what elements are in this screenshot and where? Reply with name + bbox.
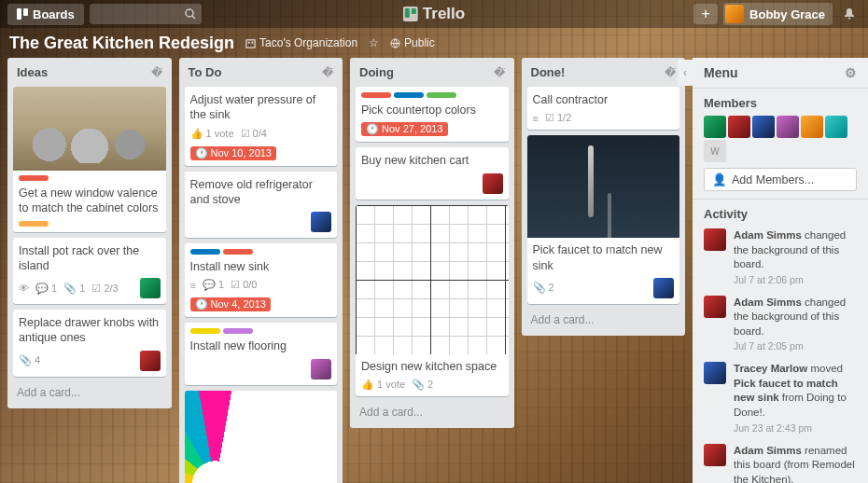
- org-link[interactable]: Taco's Organization: [245, 36, 357, 49]
- card-member-avatar[interactable]: [140, 351, 161, 371]
- activity-text: Adam Simms changed the background of thi…: [734, 296, 857, 353]
- card[interactable]: Adjust water pressure of the sink👍 1 vot…: [185, 87, 338, 166]
- card-badges: [190, 212, 332, 232]
- card-badges: 📎 2: [533, 278, 675, 298]
- card-member-avatar[interactable]: [653, 278, 674, 298]
- card-badges: 👍 1 vote📎 2: [361, 379, 503, 391]
- checklist-badge: ☑ 2/3: [91, 283, 118, 295]
- card-title: Install pot rack over the island: [19, 243, 161, 274]
- attachments-badge: 📎 2: [412, 379, 433, 391]
- menu-header: Menu ⚙: [693, 58, 868, 89]
- svg-rect-0: [17, 8, 21, 20]
- star-button[interactable]: ☆: [369, 36, 379, 49]
- search-input[interactable]: [90, 4, 202, 24]
- list-title[interactable]: Done!: [531, 65, 566, 79]
- add-button[interactable]: +: [693, 4, 718, 24]
- member-avatar[interactable]: [728, 116, 750, 138]
- card-label: [19, 221, 49, 227]
- card-member-avatar[interactable]: [311, 359, 331, 380]
- description-icon: ≡: [533, 113, 539, 124]
- card-cover: [356, 205, 509, 354]
- member-avatar[interactable]: [752, 116, 775, 138]
- card-member-avatar[interactable]: [140, 278, 161, 298]
- list-title[interactable]: Ideas: [17, 65, 48, 79]
- card[interactable]: Buy new kitchen cart: [356, 147, 509, 199]
- notifications-button[interactable]: [838, 4, 861, 24]
- add-user-icon: 👤: [712, 172, 727, 186]
- list: Doing�⃛Pick countertop colors🕐 Nov 27, 2…: [350, 58, 514, 428]
- boards-button[interactable]: Boards: [7, 4, 84, 25]
- list: To Do�⃛Adjust water pressure of the sink…: [179, 58, 343, 483]
- add-members-button[interactable]: 👤 Add Members...: [704, 168, 857, 191]
- card-title: Replace drawer knobs with antique ones: [19, 315, 161, 346]
- boards-icon: [17, 8, 28, 20]
- member-avatar[interactable]: [704, 116, 726, 138]
- card[interactable]: Install new flooring: [185, 323, 338, 384]
- card-label: [361, 92, 391, 98]
- card[interactable]: Design new kitchen space👍 1 vote📎 2: [356, 205, 509, 396]
- votes-badge: 👍 1 vote: [190, 128, 234, 140]
- trello-logo[interactable]: Trello: [403, 5, 465, 23]
- board-header: The Great Kitchen Redesign Taco's Organi…: [0, 28, 868, 58]
- card-badges: 📎 4: [19, 351, 161, 371]
- activity-avatar[interactable]: [704, 296, 726, 318]
- board-title[interactable]: The Great Kitchen Redesign: [9, 34, 234, 53]
- card-title: Pick countertop colors: [361, 103, 503, 117]
- list-title[interactable]: Doing: [359, 65, 394, 79]
- add-card-button[interactable]: Add a card...: [527, 310, 680, 330]
- card[interactable]: Install new sink≡💬 1☑ 0/0🕐 Nov 4, 2013: [185, 243, 338, 317]
- card-label: [394, 92, 424, 98]
- add-card-button[interactable]: Add a card...: [13, 382, 166, 403]
- activity-avatar[interactable]: [704, 444, 726, 466]
- member-avatar[interactable]: [825, 116, 847, 138]
- list-menu-icon[interactable]: �⃛: [494, 66, 505, 79]
- topbar: Boards Trello + Bobby Grace: [0, 0, 868, 28]
- card-title: Install new flooring: [190, 338, 332, 353]
- card-label: [190, 249, 220, 255]
- due-date-badge: 🕐 Nov 4, 2013: [190, 297, 271, 311]
- card[interactable]: Pick countertop colors🕐 Nov 27, 2013: [356, 87, 509, 142]
- list-title[interactable]: To Do: [189, 65, 222, 79]
- user-name: Bobby Grace: [749, 7, 825, 21]
- activity-text: Tracey Marlow moved Pick faucet to match…: [734, 362, 857, 434]
- votes-badge: 👍 1 vote: [361, 379, 405, 391]
- bell-icon: [843, 7, 856, 21]
- card-label: [19, 175, 49, 181]
- card[interactable]: Pick faucet to match new sink📎 2: [527, 135, 680, 304]
- card-member-avatar[interactable]: [483, 173, 503, 194]
- member-avatar[interactable]: W: [704, 140, 726, 162]
- list-menu-icon[interactable]: �⃛: [322, 66, 333, 79]
- description-icon: ≡: [190, 280, 196, 291]
- card-title: Design new kitchen space: [361, 359, 503, 374]
- activity-item: Adam Simms changed the background of thi…: [704, 296, 857, 353]
- card[interactable]: Buy paint for cabinets📎 1: [185, 391, 338, 484]
- svg-rect-1: [23, 8, 28, 16]
- list-menu-icon[interactable]: �⃛: [665, 66, 676, 79]
- trello-icon: [403, 7, 418, 21]
- card-badges: ≡☑ 1/2: [533, 112, 675, 124]
- activity-avatar[interactable]: [704, 362, 726, 384]
- svg-point-2: [186, 9, 193, 17]
- gear-icon[interactable]: ⚙: [845, 65, 857, 80]
- activity-avatar[interactable]: [704, 228, 726, 251]
- add-card-button[interactable]: Add a card...: [356, 402, 509, 422]
- lists-container: Ideas�⃛Get a new window valence to match…: [0, 58, 693, 483]
- card[interactable]: Get a new window valence to match the ca…: [13, 87, 166, 232]
- menu-collapse-button[interactable]: ‹: [678, 60, 693, 86]
- card[interactable]: Remove old refrigerator and stove: [185, 172, 338, 239]
- members-section: Members W 👤 Add Members...: [693, 89, 868, 200]
- member-avatar[interactable]: [801, 116, 823, 138]
- card-member-avatar[interactable]: [311, 212, 331, 232]
- list: Done!�⃛Call contractor≡☑ 1/2Pick faucet …: [522, 58, 686, 336]
- card[interactable]: Replace drawer knobs with antique ones📎 …: [13, 310, 166, 377]
- card[interactable]: Call contractor≡☑ 1/2: [527, 87, 680, 130]
- user-menu[interactable]: Bobby Grace: [723, 3, 833, 25]
- card-label: [223, 328, 253, 334]
- list-menu-icon[interactable]: �⃛: [151, 66, 162, 79]
- attachments-badge: 📎 4: [19, 354, 40, 366]
- visibility-button[interactable]: Public: [390, 36, 435, 49]
- card[interactable]: Install pot rack over the island👁💬 1📎 1☑…: [13, 238, 166, 305]
- members-row: W: [704, 116, 857, 162]
- activity-heading: Activity: [704, 207, 857, 221]
- member-avatar[interactable]: [777, 116, 799, 138]
